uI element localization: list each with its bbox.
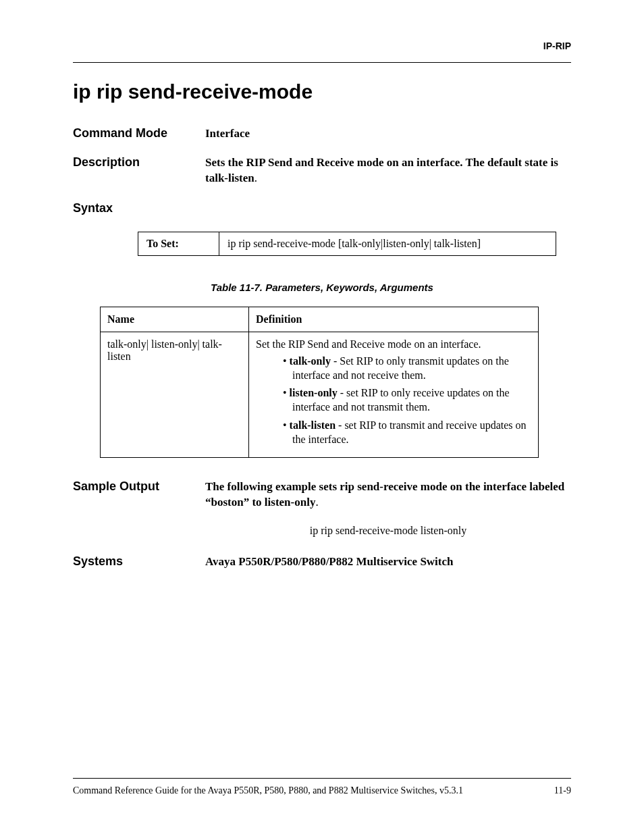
sample-output-code: ip rip send-receive-mode listen-only xyxy=(205,525,571,537)
sample-output-row: Sample Output The following example sets… xyxy=(73,479,571,511)
table-header-row: Name Definition xyxy=(101,307,539,332)
systems-label: Systems xyxy=(73,554,205,570)
systems-row: Systems Avaya P550R/P580/P880/P882 Multi… xyxy=(73,554,571,570)
sample-output-text-tail: . xyxy=(315,496,318,509)
param-name: talk-only| listen-only| talk-listen xyxy=(101,332,249,457)
description-label: Description xyxy=(73,155,205,186)
description-text: Sets the RIP Send and Receive mode on an… xyxy=(205,155,571,186)
definition-intro: Set the RIP Send and Receive mode on an … xyxy=(256,338,531,350)
footer-right: 11-9 xyxy=(554,785,571,796)
table-row: talk-only| listen-only| talk-listen Set … xyxy=(101,332,539,457)
sample-output-text: The following example sets rip send-rece… xyxy=(205,479,571,511)
bullet-bold: talk-only xyxy=(290,355,331,367)
command-mode-label: Command Mode xyxy=(73,126,205,142)
page-title: ip rip send-receive-mode xyxy=(73,80,571,103)
syntax-row: To Set: ip rip send-receive-mode [talk-o… xyxy=(138,232,556,255)
bullet-bold: listen-only xyxy=(290,387,338,398)
horizontal-rule xyxy=(73,62,571,63)
syntax-label: Syntax xyxy=(73,201,571,215)
definition-list: talk-only - Set RIP to only transmit upd… xyxy=(256,355,531,447)
list-item: listen-only - set RIP to only receive up… xyxy=(283,386,531,415)
syntax-table: To Set: ip rip send-receive-mode [talk-o… xyxy=(138,232,556,256)
page-footer: Command Reference Guide for the Avaya P5… xyxy=(73,778,571,796)
table-caption: Table 11-7. Parameters, Keywords, Argume… xyxy=(73,282,571,293)
list-item: talk-listen - set RIP to transmit and re… xyxy=(283,419,531,447)
description-row: Description Sets the RIP Send and Receiv… xyxy=(73,155,571,186)
systems-value: Avaya P550R/P580/P880/P882 Multiservice … xyxy=(205,554,571,570)
bullet-bold: talk-listen xyxy=(290,419,336,431)
param-definition: Set the RIP Send and Receive mode on an … xyxy=(249,332,539,457)
parameters-table: Name Definition talk-only| listen-only| … xyxy=(100,307,539,458)
section-header: IP-RIP xyxy=(73,41,571,51)
list-item: talk-only - Set RIP to only transmit upd… xyxy=(283,355,531,383)
syntax-row-command: ip rip send-receive-mode [talk-only|list… xyxy=(219,232,556,255)
sample-output-text-bold: The following example sets rip send-rece… xyxy=(205,480,564,509)
description-text-bold: Sets the RIP Send and Receive mode on an… xyxy=(205,156,558,184)
command-mode-value: Interface xyxy=(205,126,571,142)
header-definition: Definition xyxy=(249,307,539,332)
syntax-row-label: To Set: xyxy=(138,232,219,255)
sample-output-label: Sample Output xyxy=(73,479,205,511)
footer-left: Command Reference Guide for the Avaya P5… xyxy=(73,785,463,796)
command-mode-row: Command Mode Interface xyxy=(73,126,571,142)
header-name: Name xyxy=(101,307,249,332)
description-text-tail: . xyxy=(254,172,257,184)
